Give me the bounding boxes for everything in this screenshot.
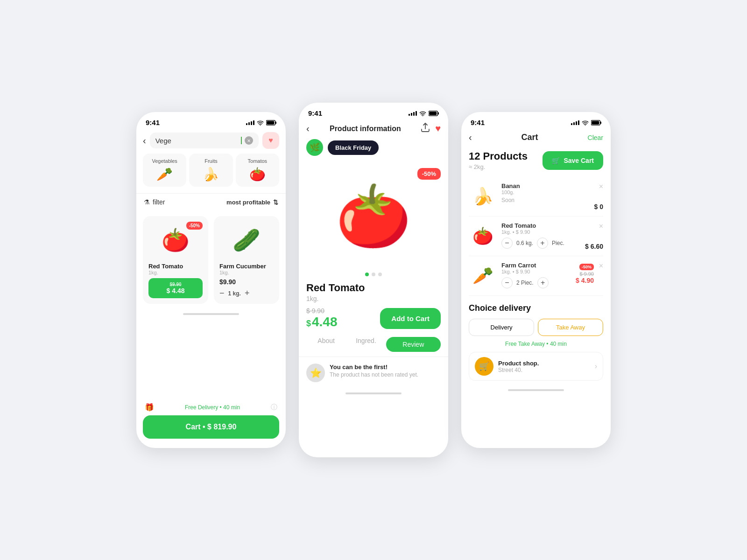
- cart-item-img-carrot: 🥕: [469, 262, 497, 290]
- add-to-cart-tomato[interactable]: $9.90 $ 4.48: [148, 278, 203, 298]
- back-button-2[interactable]: ‹: [306, 123, 310, 134]
- carrot-discount-badge: -50%: [579, 264, 594, 270]
- status-bar-1: 9:41: [136, 112, 286, 129]
- tab-review[interactable]: Review: [386, 337, 441, 352]
- save-cart-button[interactable]: 🛒 Save Cart: [543, 151, 603, 170]
- cart-weight: ≈ 2kg.: [469, 163, 528, 170]
- shop-emoji: 🛒: [479, 361, 489, 371]
- category-tomatos[interactable]: Tomatos 🍅: [236, 154, 279, 187]
- detail-header: ‹ Product information ♥: [299, 120, 448, 139]
- battery-icon-3: [591, 120, 601, 126]
- qty-increase-cucumber[interactable]: +: [245, 288, 250, 298]
- product-name-cucumber: Farm Cucumber: [219, 263, 274, 270]
- product-price-cucumber: $9.90: [219, 278, 236, 286]
- category-vegetables[interactable]: Vegetables 🥕: [143, 154, 186, 187]
- product-name-tomato: Red Tomato: [148, 263, 203, 270]
- delivery-emoji-1: 🎁: [145, 403, 154, 412]
- svg-rect-2: [267, 121, 274, 125]
- cart-item-info-tomato: Red Tomato 1kg. • $ 9.90 − 0.6 kg. + Pie…: [501, 222, 580, 250]
- remove-banan-button[interactable]: ×: [599, 182, 603, 191]
- signal-icon-3: [571, 120, 579, 125]
- search-input[interactable]: Vege: [155, 137, 238, 145]
- product-info-section: Red Tomato 1kg. $ 9.90 $ 4.48 Add to Car…: [299, 282, 448, 329]
- cart-item-name-carrot: Farm Carrot: [501, 262, 571, 269]
- category-img-vegetables: 🥕: [146, 167, 183, 182]
- status-time-2: 9:41: [308, 109, 322, 117]
- cart-footer-1: 🎁 Free Delivery • 40 min ⓘ Cart • $ 819.…: [143, 403, 279, 439]
- dot-2: [372, 273, 375, 276]
- cart-item-price-banan: $ 0: [594, 203, 603, 210]
- hero-image: 🍅: [336, 181, 411, 252]
- qty-decrease-cucumber[interactable]: −: [219, 288, 225, 298]
- delivery-option-delivery[interactable]: Delivery: [469, 319, 534, 336]
- remove-tomato-button[interactable]: ×: [599, 222, 603, 231]
- clear-cart-button[interactable]: Clear: [588, 134, 603, 141]
- sort-button[interactable]: most profitable ⇅: [226, 199, 278, 206]
- back-button-3[interactable]: ‹: [469, 132, 472, 143]
- category-img-tomatos: 🍅: [239, 167, 276, 182]
- qty-row-carrot: − 2 Piec. +: [501, 277, 571, 288]
- category-fruits[interactable]: Fruits 🍌: [189, 154, 233, 187]
- svg-point-0: [260, 125, 261, 126]
- filter-button[interactable]: ⚗ filter: [144, 198, 165, 206]
- product-card-cucumber[interactable]: 🥒 Farm Cucumber 1kg. $9.90 − 1 kg. +: [214, 216, 279, 304]
- cart-button-1[interactable]: Cart • $ 819.90: [143, 415, 279, 439]
- share-button[interactable]: [421, 123, 430, 134]
- category-img-fruits: 🍌: [192, 167, 230, 182]
- cart-price-1: $ 819.90: [207, 423, 236, 431]
- add-to-cart-button[interactable]: Add to Cart: [380, 308, 441, 329]
- qty-decrease-carrot[interactable]: −: [501, 277, 513, 288]
- battery-icon-1: [266, 120, 276, 126]
- cart-product-count: 12 Products: [469, 150, 528, 162]
- product-img-tomato: 🍅: [162, 227, 190, 253]
- carrot-old-price: $ 9.90: [576, 271, 594, 277]
- leaf-badge: 🌿: [306, 139, 323, 156]
- product-image-area-cucumber: 🥒: [219, 222, 274, 259]
- search-input-wrapper[interactable]: Vege: [150, 133, 259, 148]
- clear-search-button[interactable]: [245, 136, 253, 145]
- qty-increase-carrot[interactable]: +: [537, 277, 549, 288]
- review-section: ⭐ You can be the first! The product has …: [299, 357, 448, 389]
- save-cart-label: Save Cart: [564, 157, 594, 164]
- svg-point-4: [423, 115, 423, 116]
- search-bar: ‹ Vege: [136, 129, 286, 154]
- product-tabs: About Ingred. Review: [299, 329, 448, 357]
- product-detail-weight: 1kg.: [306, 295, 441, 302]
- status-bar-2: 9:41: [299, 103, 448, 120]
- cart-item-tomato: 🍅 Red Tomato 1kg. • $ 9.90 − 0.6 kg. + P…: [469, 217, 603, 256]
- product-detail-name: Red Tomato: [306, 282, 441, 294]
- qty-carrot: 2 Piec.: [516, 280, 534, 286]
- back-button-1[interactable]: ‹: [143, 135, 146, 146]
- tab-about[interactable]: About: [306, 337, 346, 352]
- phone-detail-screen: 9:41 ‹ Product i: [299, 103, 448, 457]
- filter-sort-row: ⚗ filter most profitable ⇅: [136, 193, 286, 210]
- remove-carrot-button[interactable]: ×: [599, 262, 603, 270]
- save-cart-icon: 🛒: [552, 157, 560, 164]
- filter-icon: ⚗: [144, 198, 150, 206]
- cart-item-weight-banan: 100g.: [501, 189, 590, 195]
- categories-row: Vegetables 🥕 Fruits 🍌 Tomatos 🍅: [136, 154, 286, 193]
- shop-name: Product shop.: [498, 360, 590, 367]
- qty-decrease-tomato[interactable]: −: [501, 238, 513, 249]
- sort-icon: ⇅: [273, 199, 278, 206]
- category-name-vegetables: Vegetables: [146, 158, 183, 164]
- info-icon-1[interactable]: ⓘ: [271, 403, 277, 412]
- products-grid: 🍅 -50% Red Tomato 1kg. $9.90 $ 4.48 🥒 Fa…: [136, 210, 286, 309]
- discount-badge-tomato: -50%: [186, 222, 203, 230]
- detail-title: Product information: [330, 125, 401, 133]
- status-time-3: 9:41: [471, 119, 485, 126]
- shop-icon: 🛒: [475, 357, 493, 376]
- svg-point-8: [585, 125, 586, 126]
- tab-ingred[interactable]: Ingred.: [346, 337, 386, 352]
- cart-item-info-carrot: Farm Carrot 1kg. • $ 9.90 − 2 Piec. +: [501, 262, 571, 290]
- qty-increase-tomato[interactable]: +: [537, 238, 548, 249]
- old-price-detail: $ 9.90: [306, 307, 338, 315]
- favorite-button[interactable]: ♥: [435, 123, 441, 134]
- product-card-tomato[interactable]: 🍅 -50% Red Tomato 1kg. $9.90 $ 4.48: [143, 216, 208, 304]
- favorites-button[interactable]: [262, 132, 279, 149]
- shop-row[interactable]: 🛒 Product shop. Street 40. ›: [469, 352, 603, 381]
- delivery-option-takeaway[interactable]: Take Away: [538, 319, 603, 336]
- price-section: $ 9.90 $ 4.48 Add to Cart: [306, 307, 441, 329]
- status-icons-1: [246, 120, 276, 126]
- product-image-area-tomato: 🍅 -50%: [148, 222, 203, 259]
